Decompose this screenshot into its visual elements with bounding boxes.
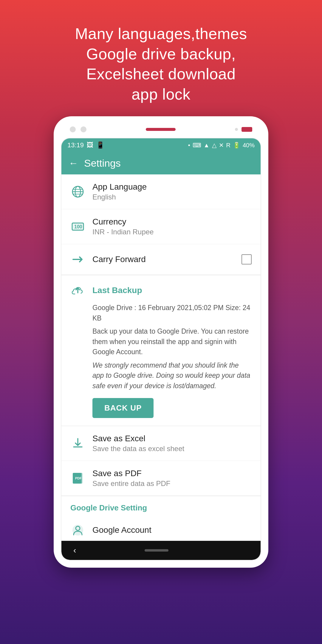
save-excel-text: Save as Excel Save the data as excel she… bbox=[92, 434, 252, 453]
camera-dot-1 bbox=[70, 126, 76, 132]
photo-icon: 🖼 bbox=[87, 141, 93, 149]
save-excel-item[interactable]: Save as Excel Save the data as excel she… bbox=[61, 426, 261, 461]
status-time: 13:19 bbox=[67, 141, 84, 149]
arrow-right-icon bbox=[70, 252, 85, 267]
status-bar: 13:19 🖼 📱 • ⌨ ▲ △ ✕ R 🔋 40% bbox=[61, 138, 261, 152]
dot-icon: • bbox=[188, 142, 190, 149]
google-account-text: Google Account bbox=[92, 525, 252, 535]
backup-section: Last Backup Google Drive : 16 February 2… bbox=[61, 275, 261, 426]
save-pdf-subtitle: Save entire data as PDF bbox=[92, 479, 252, 488]
app-language-item[interactable]: App Language English bbox=[61, 174, 261, 209]
google-drive-label: Google Drive Setting bbox=[70, 503, 147, 512]
save-excel-title: Save as Excel bbox=[92, 434, 252, 443]
globe-icon bbox=[70, 184, 85, 199]
nav-bar: ‹ bbox=[61, 541, 261, 560]
nav-back-button[interactable]: ‹ bbox=[73, 546, 76, 555]
save-pdf-title: Save as PDF bbox=[92, 469, 252, 478]
hero-text: Many languages,themes Google drive backu… bbox=[57, 0, 265, 116]
battery-percent: 40% bbox=[243, 142, 255, 149]
phone-top-bar bbox=[61, 123, 261, 138]
save-pdf-text: Save as PDF Save entire data as PDF bbox=[92, 469, 252, 488]
backup-info-italic: We strongly recommend that you should li… bbox=[70, 360, 252, 391]
back-button[interactable]: ← bbox=[69, 158, 78, 169]
currency-text: Currency INR - Indian Rupee bbox=[92, 217, 252, 236]
svg-text:100: 100 bbox=[74, 224, 82, 229]
carry-forward-text: Carry Forward bbox=[92, 255, 234, 264]
signal-icon: △ bbox=[212, 142, 216, 149]
currency-subtitle: INR - Indian Rupee bbox=[92, 228, 252, 236]
carry-forward-checkbox[interactable] bbox=[242, 254, 252, 264]
battery-icon: 🔋 bbox=[233, 142, 240, 149]
wifi-icon: ▲ bbox=[204, 142, 210, 149]
hero-section: Many languages,themes Google drive backu… bbox=[57, 0, 265, 116]
camera-dot-2 bbox=[80, 126, 86, 132]
currency-title: Currency bbox=[92, 217, 252, 227]
cloud-upload-icon bbox=[70, 283, 85, 298]
backup-info-1: Google Drive : 16 February 2021,05:02 PM… bbox=[70, 303, 252, 323]
carry-forward-item[interactable]: Carry Forward bbox=[61, 244, 261, 275]
phone-screen: 13:19 🖼 📱 • ⌨ ▲ △ ✕ R 🔋 40% ← Settings bbox=[61, 138, 261, 561]
phone-frame: 13:19 🖼 📱 • ⌨ ▲ △ ✕ R 🔋 40% ← Settings bbox=[54, 116, 268, 568]
app-bar-title: Settings bbox=[84, 157, 121, 169]
backup-label: Last Backup bbox=[92, 286, 142, 295]
r-icon: R bbox=[226, 142, 230, 149]
app-language-subtitle: English bbox=[92, 193, 252, 201]
currency-item[interactable]: 100 Currency INR - Indian Rupee bbox=[61, 209, 261, 244]
backup-header: Last Backup bbox=[70, 283, 252, 298]
phone-icon: 📱 bbox=[96, 141, 104, 149]
battery-decoration bbox=[242, 127, 252, 132]
svg-text:PDF: PDF bbox=[75, 476, 82, 480]
google-account-title: Google Account bbox=[92, 525, 252, 535]
keyboard-icon: ⌨ bbox=[193, 142, 201, 149]
pdf-icon: PDF bbox=[70, 471, 85, 486]
backup-button[interactable]: BACK UP bbox=[92, 398, 154, 418]
download-icon bbox=[70, 436, 85, 451]
google-account-item[interactable]: Google Account bbox=[61, 515, 261, 541]
save-excel-subtitle: Save the data as excel sheet bbox=[92, 445, 252, 453]
save-pdf-item[interactable]: PDF Save as PDF Save entire data as PDF bbox=[61, 461, 261, 496]
sensor-dot bbox=[235, 128, 238, 131]
nav-home-pill[interactable] bbox=[145, 549, 168, 552]
google-account-icon bbox=[70, 523, 85, 538]
app-bar: ← Settings bbox=[61, 152, 261, 174]
carry-forward-title: Carry Forward bbox=[92, 255, 234, 264]
screen-content: App Language English 100 Currency INR - … bbox=[61, 174, 261, 541]
backup-info-2: Back up your data to Google Drive. You c… bbox=[70, 326, 252, 357]
app-language-text: App Language English bbox=[92, 182, 252, 201]
currency-icon: 100 bbox=[70, 219, 85, 234]
app-language-title: App Language bbox=[92, 182, 252, 192]
phone-notch bbox=[146, 128, 176, 131]
signal-x-icon: ✕ bbox=[219, 142, 224, 149]
google-drive-section: Google Drive Setting bbox=[61, 496, 261, 515]
